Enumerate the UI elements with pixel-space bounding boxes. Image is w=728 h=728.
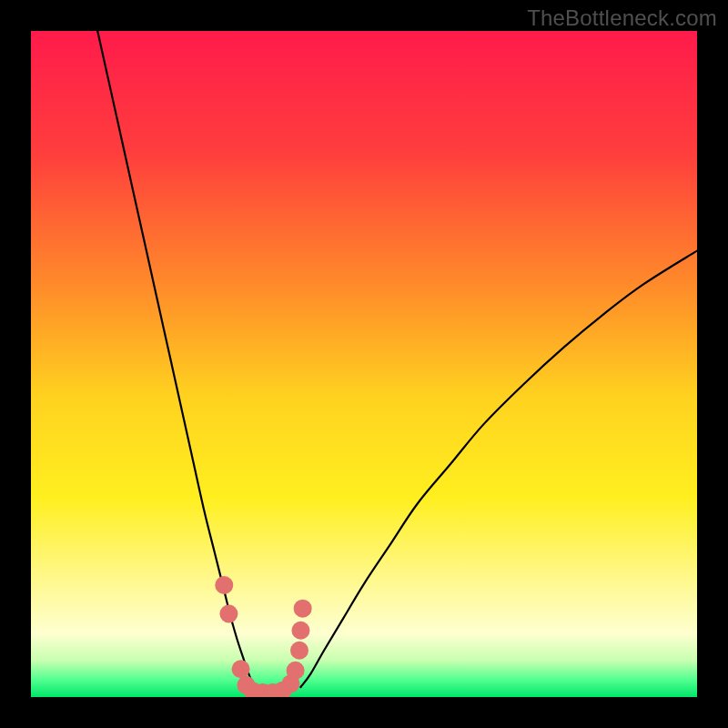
gradient-background [31, 31, 697, 697]
watermark-text: TheBottleneck.com [527, 5, 717, 31]
scatter-dot [287, 662, 305, 680]
scatter-dot [232, 660, 250, 678]
scatter-dot [290, 642, 308, 660]
scatter-dot [219, 605, 238, 623]
scatter-dot [294, 600, 312, 618]
scatter-dot [291, 622, 309, 640]
scatter-dot [215, 576, 233, 594]
plot-area [31, 31, 697, 697]
chart-frame: TheBottleneck.com [0, 0, 728, 728]
chart-svg [31, 31, 697, 697]
